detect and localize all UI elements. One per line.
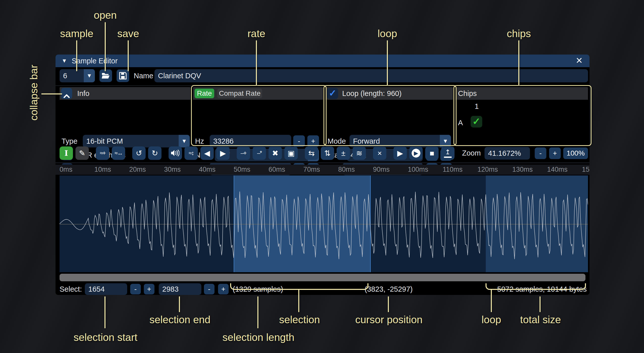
annotation-selection-end: selection end: [149, 314, 210, 326]
rate-annotation-box: [191, 85, 327, 146]
selection-bracket: [230, 283, 368, 290]
annotation-line-selection: [298, 290, 299, 312]
timeline-tick-label: 30ms: [164, 166, 181, 173]
annotation-selection-length: selection length: [223, 332, 294, 343]
timeline-tick-label: 80ms: [338, 166, 355, 173]
timeline-tick-label: 10ms: [94, 166, 111, 173]
fade-in-icon[interactable]: ◀: [200, 146, 214, 160]
annotation-loop-top: loop: [378, 28, 397, 40]
chevron-down-icon[interactable]: ▼: [179, 135, 190, 147]
timeline[interactable]: 0ms10ms20ms30ms40ms50ms60ms70ms80ms90ms1…: [56, 165, 589, 175]
chips-annotation-box: [453, 85, 592, 146]
titlebar[interactable]: ▼ Sample Editor ×: [56, 55, 589, 67]
annotation-line-sample: [76, 40, 77, 71]
loop-bracket: [486, 283, 586, 290]
annotation-line-open: [105, 22, 106, 71]
edit-mode-draw-icon[interactable]: ✎: [75, 146, 89, 160]
zoom-reset-button[interactable]: 100%: [563, 147, 588, 159]
annotation-line-collapse-bar: [41, 93, 62, 94]
annotation-line-loop-bottom: [491, 290, 492, 312]
info-panel: Info Type 16-bit PCM ▼ ✓ BRR emphasis no…: [60, 87, 191, 143]
insert-silence-icon[interactable]: –+: [237, 146, 250, 160]
name-label: Name: [134, 69, 153, 82]
trim-icon[interactable]: ▣: [284, 146, 298, 160]
zoom-out-button[interactable]: -: [535, 147, 546, 159]
crossfade-icon[interactable]: ×: [373, 146, 386, 160]
annotation-line-loop-top: [387, 40, 388, 85]
redo-icon[interactable]: ↻: [148, 146, 162, 160]
annotation-line-selection-start: [104, 296, 105, 328]
preview-icon[interactable]: ▶: [393, 146, 407, 160]
timeline-tick-label: 110ms: [443, 166, 463, 173]
annotation-sample: sample: [60, 28, 93, 40]
timeline-tick-label: 120ms: [477, 166, 498, 173]
cursor-position-text: (3823, -25297): [365, 283, 413, 295]
undo-icon[interactable]: ↺: [132, 146, 146, 160]
reverse-icon[interactable]: ⇆: [305, 146, 318, 160]
timeline-tick-label: 70ms: [303, 166, 320, 173]
selection-start-input[interactable]: 1654: [85, 283, 127, 295]
timeline-tick-label: 0ms: [60, 166, 72, 173]
zoom-in-button[interactable]: +: [549, 147, 561, 159]
export-icon[interactable]: ↥: [441, 146, 454, 160]
timeline-tick-label: 40ms: [199, 166, 216, 173]
annotation-collapse-bar: collapse bar: [28, 65, 40, 120]
waveform-scrollbar[interactable]: [60, 274, 585, 281]
info-panel-title: Info: [77, 87, 89, 100]
selection-start-increase-button[interactable]: +: [144, 284, 154, 294]
annotation-loop-bottom: loop: [481, 314, 501, 326]
edit-mode-select-icon[interactable]: I: [60, 146, 73, 160]
selection-start-decrease-button[interactable]: -: [130, 284, 141, 294]
preview-cursor-icon[interactable]: ▶: [409, 146, 423, 160]
annotation-selection-start: selection start: [74, 332, 138, 343]
annotation-chips: chips: [507, 28, 531, 40]
filter-icon[interactable]: ≋: [353, 146, 366, 160]
timeline-tick-label: 140ms: [547, 166, 568, 173]
sign-invert-icon[interactable]: ±: [337, 146, 350, 160]
zoom-input[interactable]: 41.1672%: [485, 147, 530, 160]
note-dropdown[interactable]: C-7 ▼: [215, 149, 319, 161]
timeline-tick-label: 90ms: [373, 166, 390, 173]
annotation-cursor-position: cursor position: [355, 314, 423, 326]
waveform-trace: [60, 175, 588, 272]
type-label: Type: [62, 135, 77, 147]
timeline-tick-label: 60ms: [269, 166, 285, 173]
annotation-line-save: [128, 40, 129, 71]
waveform-view[interactable]: [60, 175, 588, 272]
annotation-total-size: total size: [520, 314, 561, 326]
sample-type-dropdown[interactable]: 16-bit PCM ▼: [83, 135, 190, 147]
annotation-rate: rate: [248, 28, 265, 40]
annotation-selection: selection: [279, 314, 320, 326]
close-icon[interactable]: ×: [573, 55, 585, 66]
chevron-down-icon[interactable]: ▼: [84, 69, 95, 82]
stop-preview-icon[interactable]: ■: [425, 146, 439, 160]
select-label: Select:: [60, 283, 82, 295]
resize-icon[interactable]: ≈+: [96, 146, 109, 160]
annotation-save: save: [117, 28, 139, 40]
annotation-line-selection-length: [257, 296, 258, 328]
window-title: Sample Editor: [72, 55, 118, 67]
sample-name-input[interactable]: Clarinet DQV: [154, 69, 588, 82]
selection-end-increase-button[interactable]: +: [218, 284, 229, 294]
sample-select-dropdown[interactable]: 6 ▼: [60, 69, 95, 82]
save-sample-button[interactable]: [117, 69, 129, 82]
open-sample-button[interactable]: [99, 69, 112, 82]
apply-silence-icon[interactable]: –*: [253, 146, 266, 160]
amplify-icon[interactable]: [169, 146, 182, 160]
annotation-line-cursor-position: [388, 296, 389, 312]
fade-out-icon[interactable]: ▶: [216, 146, 230, 160]
resample-icon[interactable]: ≈↔: [112, 146, 125, 160]
normalize-icon[interactable]: ≈↕: [184, 146, 198, 160]
selection-end-decrease-button[interactable]: -: [204, 284, 214, 294]
sample-type-value: 16-bit PCM: [86, 135, 123, 147]
selection-end-input[interactable]: 2983: [159, 283, 201, 295]
window-collapse-icon[interactable]: ▼: [62, 55, 67, 67]
timeline-tick-label: 150ms: [582, 166, 589, 173]
loop-annotation-box: [324, 85, 457, 146]
collapse-bar-button[interactable]: [61, 88, 72, 99]
delete-icon[interactable]: ✖: [269, 146, 282, 160]
annotation-line-total-size: [540, 296, 541, 312]
annotation-line-selection-end: [179, 296, 180, 312]
invert-icon[interactable]: ⇅: [321, 146, 334, 160]
timeline-tick-label: 100ms: [408, 166, 428, 173]
